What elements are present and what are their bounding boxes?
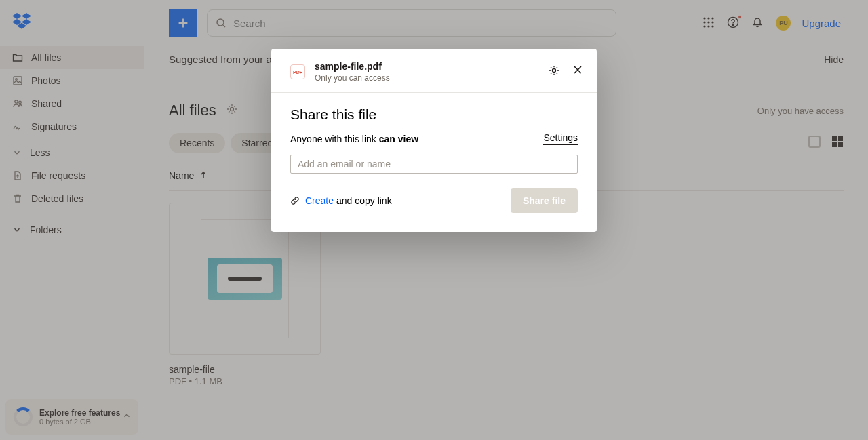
pdf-badge-icon: PDF (290, 64, 305, 79)
close-button[interactable] (572, 64, 583, 79)
link-icon (290, 196, 300, 205)
modal-access-text: Only you can access (315, 73, 390, 83)
share-email-input[interactable] (290, 155, 578, 174)
create-copy-link[interactable]: Create and copy link (290, 195, 392, 206)
share-modal: PDF sample-file.pdf Only you can access … (271, 49, 597, 232)
link-settings-button[interactable]: Settings (543, 132, 578, 145)
share-settings-icon[interactable] (548, 64, 560, 79)
link-permission-text: Anyone with this link can view (290, 134, 418, 144)
svg-point-26 (553, 69, 556, 73)
modal-filename: sample-file.pdf (315, 61, 390, 72)
modal-overlay[interactable]: PDF sample-file.pdf Only you can access … (0, 0, 868, 440)
modal-title: Share this file (290, 106, 578, 123)
share-file-button[interactable]: Share file (511, 188, 578, 213)
